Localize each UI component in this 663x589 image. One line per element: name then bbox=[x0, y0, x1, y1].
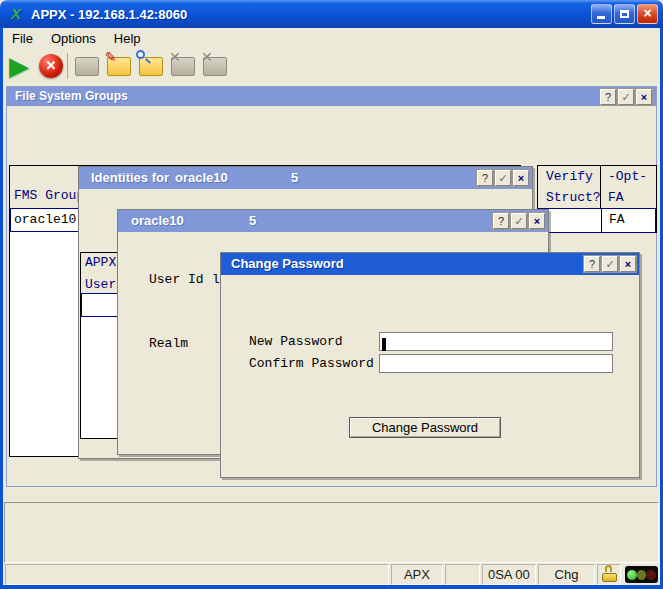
edit-pencil-icon: ✎ bbox=[107, 57, 131, 76]
cancel-icon: ✕ bbox=[39, 54, 63, 78]
main-window: X APPX - 192.168.1.42:8060 × File Option… bbox=[0, 0, 663, 589]
window-frame-left bbox=[0, 28, 3, 586]
oracle10-title-name: oracle10 bbox=[131, 210, 184, 232]
delete-button-disabled: ✕ bbox=[169, 52, 197, 80]
play-icon: ▶ bbox=[9, 53, 29, 79]
close-button[interactable]: × bbox=[637, 4, 658, 24]
lock-icon bbox=[602, 569, 617, 582]
status-chg-cell: Chg bbox=[538, 564, 596, 585]
menu-file[interactable]: File bbox=[3, 30, 42, 47]
dialog-change-password: Change Password ? ✓ × New Password Confi… bbox=[220, 252, 640, 478]
user-id-label: User Id bbox=[149, 272, 204, 287]
minimize-button[interactable] bbox=[591, 4, 612, 24]
confirm-password-label: Confirm Password bbox=[249, 356, 374, 371]
oracle10-titlebar[interactable]: oracle10 5 bbox=[118, 210, 548, 232]
appx-grid-header2: User bbox=[85, 277, 116, 292]
verify-header-line2: Struct? bbox=[546, 190, 601, 205]
window-title: APPX - 192.168.1.42:8060 bbox=[31, 7, 187, 22]
help-button[interactable]: ? bbox=[477, 170, 493, 186]
red-light-icon bbox=[646, 570, 656, 580]
help-button[interactable]: ? bbox=[493, 213, 509, 229]
close-window-button[interactable]: × bbox=[529, 213, 545, 229]
window-frame-bottom bbox=[0, 585, 663, 589]
identities-title-prefix: Identities for bbox=[91, 167, 169, 189]
end-button-disabled: ✕ bbox=[201, 52, 229, 80]
close-window-button[interactable]: × bbox=[513, 170, 529, 186]
delete-icon: ✕ bbox=[171, 57, 195, 76]
ok-button[interactable]: ✓ bbox=[495, 170, 511, 186]
status-apx-cell: APX bbox=[391, 564, 444, 585]
help-button[interactable]: ? bbox=[600, 89, 616, 105]
magnifier-icon bbox=[139, 57, 163, 76]
status-indicator-cell bbox=[623, 564, 660, 585]
maximize-icon bbox=[620, 10, 629, 18]
create-icon: * bbox=[75, 57, 99, 76]
minimize-icon bbox=[597, 16, 605, 19]
maximize-button[interactable] bbox=[614, 4, 635, 24]
status-osa-cell: 0SA 00 bbox=[482, 564, 536, 585]
opt-header-line1: -Opt- bbox=[608, 169, 647, 184]
fms-group-row-cell[interactable]: oracle10 bbox=[10, 208, 79, 232]
ok-button[interactable]: ✓ bbox=[602, 256, 618, 272]
lower-panel bbox=[4, 502, 659, 563]
status-message-cell bbox=[5, 564, 389, 585]
fms-group-column-header: FMS Group bbox=[14, 188, 84, 203]
ok-button[interactable]: ✓ bbox=[618, 89, 634, 105]
opt-header-line2: FA bbox=[608, 190, 624, 205]
window-titlebar[interactable]: X APPX - 192.168.1.42:8060 × bbox=[0, 0, 663, 28]
change-password-title: Change Password bbox=[231, 253, 344, 275]
help-button[interactable]: ? bbox=[584, 256, 600, 272]
verify-header-line1: Verify bbox=[546, 169, 593, 184]
identities-titlebar[interactable]: Identities for oracle10 5 bbox=[79, 167, 532, 189]
fsg-title: File System Groups bbox=[15, 89, 128, 103]
inquire-button[interactable] bbox=[137, 52, 165, 80]
change-password-button[interactable]: Change Password bbox=[349, 417, 501, 438]
toolbar: ▶ ✕ * ✎ ✕ ✕ bbox=[3, 48, 660, 85]
edit-button[interactable]: ✎ bbox=[105, 52, 133, 80]
traffic-light-indicator bbox=[625, 566, 658, 583]
verify-opt-row: FA bbox=[538, 208, 656, 233]
statusbar: APX 0SA 00 Chg bbox=[3, 564, 660, 585]
end-icon: ✕ bbox=[203, 57, 227, 76]
text-caret bbox=[382, 338, 386, 351]
create-button-disabled: * bbox=[73, 52, 101, 80]
fa-cell-value[interactable]: FA bbox=[609, 212, 625, 227]
run-button[interactable]: ▶ bbox=[5, 52, 33, 80]
status-lock-cell bbox=[597, 564, 621, 585]
appx-grid-header1: APPX bbox=[85, 255, 116, 270]
close-panel-button[interactable]: × bbox=[636, 89, 652, 105]
verify-opt-grid: Verify Struct? -Opt- FA FA bbox=[537, 165, 657, 233]
confirm-password-input[interactable] bbox=[379, 354, 613, 373]
amber-light-icon bbox=[637, 570, 647, 580]
toolbar-separator bbox=[67, 53, 68, 79]
menubar: File Options Help bbox=[3, 28, 660, 48]
appx-logo-icon: X bbox=[7, 5, 25, 23]
green-light-icon bbox=[627, 570, 637, 580]
ok-button[interactable]: ✓ bbox=[511, 213, 527, 229]
realm-label: Realm bbox=[149, 336, 188, 351]
new-password-label: New Password bbox=[249, 334, 343, 349]
cancel-button[interactable]: ✕ bbox=[37, 52, 65, 80]
oracle10-title-count: 5 bbox=[249, 210, 256, 232]
change-password-titlebar[interactable]: Change Password bbox=[221, 253, 639, 275]
status-empty-cell bbox=[445, 564, 480, 585]
identities-title-count: 5 bbox=[291, 167, 298, 189]
menu-options[interactable]: Options bbox=[42, 30, 105, 47]
menu-help[interactable]: Help bbox=[105, 30, 150, 47]
fsg-titlebar[interactable]: File System Groups bbox=[7, 87, 656, 106]
new-password-input[interactable] bbox=[379, 332, 613, 351]
close-dialog-button[interactable]: × bbox=[620, 256, 636, 272]
identities-title-name: oracle10 bbox=[175, 167, 228, 189]
